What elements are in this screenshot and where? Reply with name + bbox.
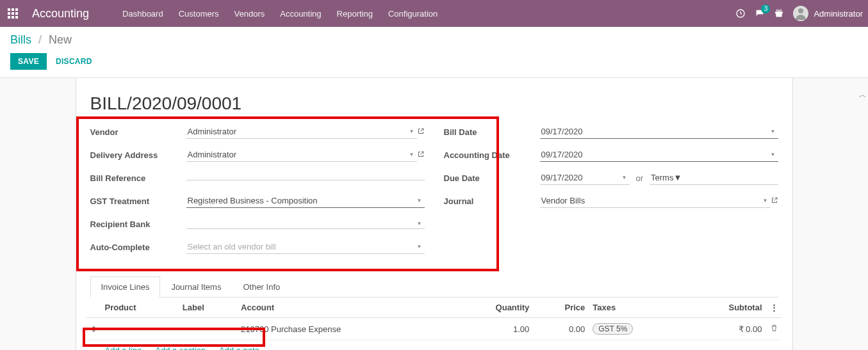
- user-menu[interactable]: Administrator: [793, 6, 863, 21]
- table-row[interactable]: ✥ 210700 Purchase Expense 1.00 0.00 GST …: [86, 318, 782, 340]
- auto-placeholder: Select an old vendor bill: [188, 242, 417, 251]
- nav-configuration[interactable]: Configuration: [381, 0, 445, 27]
- duedate-value: 09/17/2020: [541, 173, 622, 182]
- svg-rect-3: [779, 10, 780, 17]
- app-brand: Accounting: [32, 7, 89, 20]
- col-account: Account: [237, 298, 451, 318]
- delivery-value: Administrator: [188, 150, 409, 159]
- trash-icon[interactable]: [766, 318, 782, 340]
- chevron-down-icon[interactable]: ▼: [771, 152, 777, 157]
- vendor-label: Vendor: [90, 127, 186, 137]
- bank-label: Recipient Bank: [90, 219, 186, 229]
- col-product: Product: [101, 298, 179, 318]
- form-sheet: BILL/2020/09/0001 Vendor Administrator ▼…: [76, 78, 793, 350]
- drag-handle-icon[interactable]: ✥: [86, 318, 101, 340]
- cell-price[interactable]: 0.00: [533, 318, 589, 340]
- auto-label: Auto-Complete: [90, 243, 186, 252]
- billdate-label: Bill Date: [444, 127, 540, 137]
- external-link-icon[interactable]: [417, 150, 425, 160]
- crumb-current: New: [49, 33, 72, 46]
- clock-icon[interactable]: [735, 8, 746, 19]
- col-price: Price: [533, 298, 589, 318]
- chevron-down-icon[interactable]: ▼: [409, 129, 416, 134]
- acctdate-value: 09/17/2020: [541, 150, 771, 159]
- invoice-lines-table: Product Label Account Quantity Price Tax…: [86, 298, 782, 350]
- billref-field[interactable]: [186, 176, 425, 180]
- svg-point-6: [798, 8, 803, 13]
- left-column: Vendor Administrator ▼ Delivery Address …: [90, 123, 425, 261]
- conversations-icon[interactable]: 3: [755, 8, 765, 19]
- cell-quantity[interactable]: 1.00: [451, 318, 534, 340]
- chevron-down-icon[interactable]: ▼: [409, 152, 416, 157]
- bank-field[interactable]: ▼: [186, 219, 425, 229]
- cell-subtotal: ₹ 0.00: [684, 318, 766, 340]
- gst-value: Registered Business - Composition: [188, 196, 417, 205]
- msg-badge: 3: [761, 4, 770, 13]
- acctdate-label: Accounting Date: [444, 150, 540, 160]
- delivery-field[interactable]: Administrator ▼: [186, 148, 417, 162]
- tax-chip: GST 5%: [593, 323, 633, 335]
- gst-label: GST Treatment: [90, 196, 186, 206]
- tabs: Invoice Lines Journal Items Other Info: [90, 276, 778, 298]
- external-link-icon[interactable]: [771, 196, 778, 206]
- cell-product[interactable]: [101, 318, 179, 340]
- col-taxes: Taxes: [589, 298, 684, 318]
- nav-dashboard[interactable]: Dashboard: [115, 0, 171, 27]
- col-kebab[interactable]: ⋮: [766, 298, 782, 318]
- svg-point-5: [780, 10, 782, 12]
- apps-icon[interactable]: [5, 6, 20, 21]
- billref-label: Bill Reference: [90, 173, 186, 183]
- user-name: Administrator: [814, 9, 863, 19]
- tab-journal-items[interactable]: Journal Items: [160, 276, 232, 297]
- col-label: Label: [179, 298, 237, 318]
- tab-other-info[interactable]: Other Info: [232, 276, 291, 297]
- right-column: Bill Date 09/17/2020 ▼ Accounting Date 0…: [444, 123, 778, 261]
- chevron-down-icon[interactable]: ▼: [771, 129, 777, 134]
- chevron-down-icon[interactable]: ▼: [622, 175, 628, 180]
- vendor-field[interactable]: Administrator ▼: [186, 125, 417, 139]
- journal-label: Journal: [444, 196, 540, 206]
- add-note-link[interactable]: Add a note: [219, 346, 259, 350]
- avatar: [793, 6, 808, 21]
- cell-account[interactable]: 210700 Purchase Expense: [237, 318, 451, 340]
- duedate-label: Due Date: [444, 173, 540, 183]
- col-subtotal: Subtotal: [684, 298, 766, 318]
- cell-taxes[interactable]: GST 5%: [589, 318, 684, 340]
- acctdate-field[interactable]: 09/17/2020 ▼: [540, 148, 778, 162]
- vendor-value: Administrator: [188, 127, 409, 136]
- cell-label[interactable]: [179, 318, 237, 340]
- crumb-bills[interactable]: Bills: [10, 33, 31, 46]
- nav-customers[interactable]: Customers: [171, 0, 227, 27]
- journal-value: Vendor Bills: [541, 196, 763, 205]
- journal-field[interactable]: Vendor Bills ▼: [540, 194, 771, 208]
- scroll-up-icon[interactable]: ︿: [859, 90, 867, 100]
- tab-invoice-lines[interactable]: Invoice Lines: [90, 276, 161, 298]
- chevron-down-icon[interactable]: ▼: [673, 173, 682, 182]
- svg-point-4: [776, 10, 778, 12]
- add-line-link[interactable]: Add a line: [105, 346, 142, 350]
- gift-icon[interactable]: [774, 8, 784, 19]
- chevron-down-icon[interactable]: ▼: [417, 198, 423, 203]
- chevron-down-icon[interactable]: ▼: [417, 221, 423, 227]
- or-text: or: [636, 173, 644, 183]
- gst-field[interactable]: Registered Business - Composition ▼: [186, 194, 425, 208]
- delivery-label: Delivery Address: [90, 150, 186, 160]
- external-link-icon[interactable]: [417, 127, 425, 137]
- chevron-down-icon[interactable]: ▼: [763, 198, 769, 203]
- nav-accounting[interactable]: Accounting: [272, 0, 329, 27]
- save-button[interactable]: SAVE: [10, 53, 47, 70]
- breadcrumb: Bills / New: [10, 33, 858, 47]
- terms-placeholder: Terms: [651, 173, 673, 182]
- nav-vendors[interactable]: Vendors: [227, 0, 273, 27]
- nav-menu: Dashboard Customers Vendors Accounting R…: [115, 0, 445, 27]
- auto-field[interactable]: Select an old vendor bill ▼: [186, 240, 425, 254]
- col-quantity: Quantity: [451, 298, 534, 318]
- add-section-link[interactable]: Add a section: [155, 346, 206, 350]
- duedate-field[interactable]: 09/17/2020 ▼: [540, 171, 630, 185]
- nav-reporting[interactable]: Reporting: [329, 0, 381, 27]
- discard-button[interactable]: DISCARD: [53, 53, 95, 70]
- billdate-field[interactable]: 09/17/2020 ▼: [540, 125, 778, 139]
- chevron-down-icon[interactable]: ▼: [417, 244, 423, 250]
- terms-field[interactable]: Terms ▼: [650, 171, 778, 185]
- control-panel: Bills / New SAVE DISCARD: [0, 27, 868, 78]
